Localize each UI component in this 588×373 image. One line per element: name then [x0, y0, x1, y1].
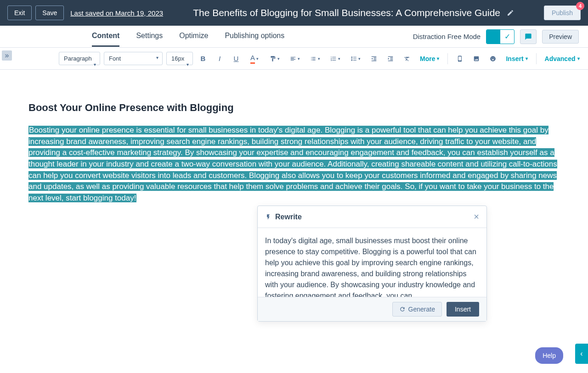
- rewrite-body-text: In today's digital age, small businesses…: [258, 228, 486, 297]
- sub-bar: Content Settings Optimize Publishing opt…: [0, 26, 588, 48]
- toolbar-divider: [447, 53, 448, 64]
- collapse-sidebar-icon[interactable]: »: [2, 50, 12, 61]
- publish-button[interactable]: Publish: [544, 6, 581, 20]
- preview-button[interactable]: Preview: [542, 30, 579, 44]
- side-panel-toggle[interactable]: ‹: [575, 344, 588, 364]
- highlight-color-button[interactable]: [266, 52, 283, 65]
- publish-badge: 4: [576, 2, 584, 10]
- tab-content[interactable]: Content: [92, 26, 119, 47]
- more-button[interactable]: More: [417, 55, 442, 62]
- indent-decrease-button[interactable]: [368, 52, 380, 65]
- clear-format-button[interactable]: [401, 52, 413, 65]
- editor-canvas[interactable]: Boost Your Online Presence with Blogging…: [14, 74, 583, 213]
- content-body: Boosting your online presence is essenti…: [28, 125, 569, 204]
- underline-button[interactable]: U: [230, 52, 243, 65]
- top-bar: Exit Save Last saved on March 19, 2023 T…: [0, 0, 588, 26]
- rewrite-popup: Rewrite × In today's digital age, small …: [257, 206, 487, 322]
- numbered-list-button[interactable]: [327, 52, 344, 65]
- distraction-free-toggle[interactable]: ✓: [486, 29, 514, 44]
- bullet-list-button[interactable]: [307, 52, 323, 65]
- font-select[interactable]: Font: [104, 52, 163, 65]
- rewrite-title-label: Rewrite: [275, 213, 302, 221]
- check-icon: ✓: [500, 30, 514, 44]
- help-button[interactable]: Help: [535, 347, 563, 364]
- insert-button[interactable]: Insert: [447, 302, 479, 317]
- refresh-icon: [399, 306, 406, 312]
- insert-dropdown[interactable]: Insert: [503, 55, 530, 62]
- advanced-dropdown[interactable]: Advanced: [542, 55, 582, 62]
- lightning-icon: [265, 214, 271, 220]
- editor-toolbar: » Paragraph Font 16px B I U A More Inser…: [0, 48, 588, 70]
- bold-button[interactable]: B: [197, 52, 209, 65]
- align-button[interactable]: [287, 52, 303, 65]
- exit-button[interactable]: Exit: [7, 6, 32, 20]
- paragraph-select[interactable]: Paragraph: [59, 52, 100, 65]
- comment-button[interactable]: [520, 29, 537, 44]
- page-title: The Benefits of Blogging for Small Busin…: [193, 7, 500, 18]
- edit-title-icon[interactable]: [507, 9, 514, 17]
- save-button[interactable]: Save: [35, 6, 64, 20]
- insert-link-button[interactable]: [453, 52, 466, 65]
- tab-optimize[interactable]: Optimize: [179, 26, 208, 47]
- content-heading: Boost Your Online Presence with Blogging: [28, 102, 569, 114]
- distraction-free-label: Distraction Free Mode: [413, 33, 481, 40]
- tab-publishing-options[interactable]: Publishing options: [225, 26, 284, 47]
- insert-image-button[interactable]: [470, 52, 483, 65]
- toolbar-divider-2: [536, 53, 537, 64]
- last-saved-link[interactable]: Last saved on March 19, 2023: [70, 9, 163, 17]
- insert-emoji-button[interactable]: [486, 52, 499, 65]
- font-size-select[interactable]: 16px: [166, 52, 193, 65]
- italic-button[interactable]: I: [213, 52, 226, 65]
- line-height-button[interactable]: [347, 52, 364, 65]
- indent-increase-button[interactable]: [384, 52, 397, 65]
- generate-button[interactable]: Generate: [392, 302, 442, 317]
- text-color-button[interactable]: A: [246, 52, 263, 65]
- close-icon[interactable]: ×: [474, 212, 479, 222]
- tab-settings[interactable]: Settings: [136, 26, 163, 47]
